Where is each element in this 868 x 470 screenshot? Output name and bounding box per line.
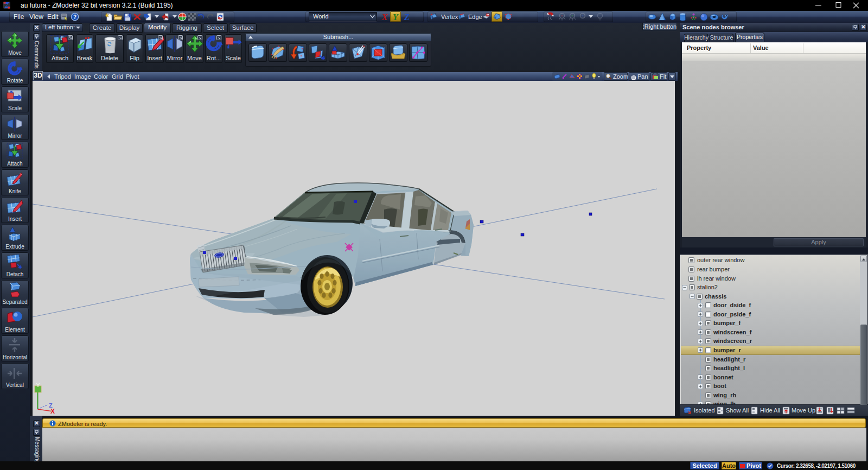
svg-text:X: X xyxy=(381,12,388,21)
svg-text:?: ? xyxy=(73,14,76,20)
svg-text:Z: Z xyxy=(404,12,410,21)
svg-text:X: X xyxy=(50,408,55,415)
svg-text:Y: Y xyxy=(393,12,399,21)
